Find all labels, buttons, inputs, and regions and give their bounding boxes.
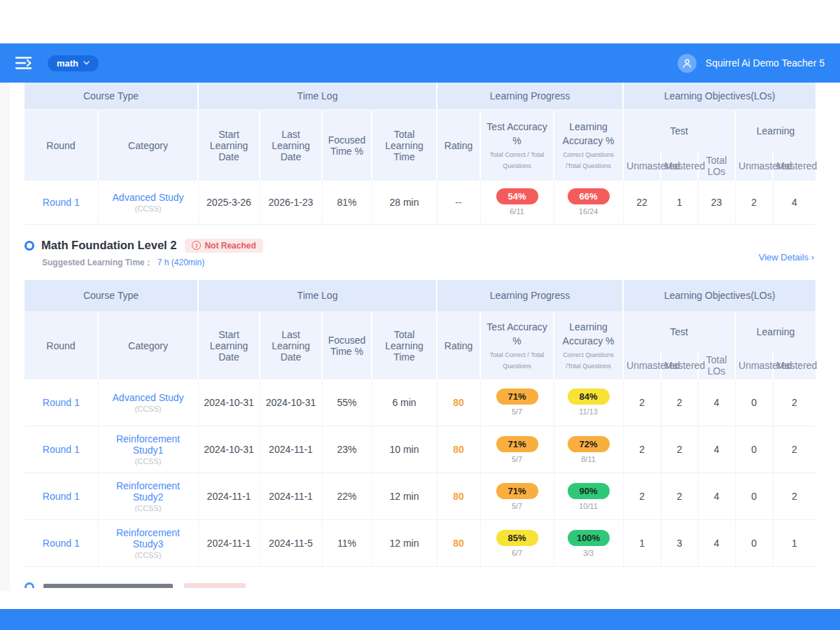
start-date-cell: 2024-10-31 [198,426,260,473]
user-name: Squirrel Ai Demo Teacher 5 [706,57,825,69]
test-accuracy-fraction: 6/7 [482,549,552,557]
subject-label: math [57,58,78,69]
rating-value: -- [455,197,461,208]
table-row: Round 1 Advanced Study (CCSS) 2025-3-26 … [24,181,816,224]
col-test-accuracy: Test Accuracy % Total Correct / Total Qu… [480,110,554,181]
col-focused-time: Focused Time % [322,312,372,379]
test-accuracy-label: Test Accuracy % [484,120,550,148]
learning-accuracy-fraction: 10/11 [556,502,622,510]
test-total-los-cell: 4 [698,473,735,520]
start-date-cell: 2024-10-31 [198,379,260,426]
total-time-cell: 10 min [372,426,437,473]
test-accuracy-value: 71% [508,391,526,402]
col-test-mastered: Mastered [661,150,698,181]
learning-accuracy-value: 100% [577,533,600,543]
table-row: Round 1 Reinforcement Study1 (CCSS) 2024… [24,426,816,473]
learning-accuracy-fraction: 16/24 [556,207,622,216]
learning-accuracy-label: Learning Accuracy % [557,120,620,148]
test-accuracy-value: 71% [508,486,526,496]
round-link[interactable]: Round 1 [43,491,80,502]
round-link[interactable]: Round 1 [43,444,80,455]
col-learning-group: Learning [735,110,816,150]
rating-value: 80 [453,397,464,408]
suggested-learning-time: Suggested Learning Time： 7 h (420min) [42,257,816,270]
category-link[interactable]: Reinforcement Study2 [116,480,180,503]
learning-accuracy-cell: 66% 16/24 [554,181,623,224]
col-test-unmastered: Unmastered [623,351,661,379]
section-status-ring-icon [24,582,34,588]
category-link[interactable]: Advanced Study [113,392,184,403]
col-start-learning-date: Start Learning Date [198,110,260,181]
last-date-cell: 2024-11-1 [260,473,322,520]
learning-accuracy-value: 90% [580,486,598,496]
test-accuracy-cell: 54% 6/11 [480,181,554,224]
col-last-learning-date: Last Learning Date [260,110,322,181]
col-round: Round [24,110,98,181]
category-standard: (CCSS) [100,551,197,559]
group-header-row: Course Type Time Log Learning Progress L… [24,280,816,312]
view-details-link[interactable]: View Details › [759,252,814,262]
last-date-cell: 2024-11-5 [260,520,322,567]
col-learning-mastered: Mastered [773,150,816,181]
learning-unmastered-cell: 0 [735,520,773,567]
category-cell: Advanced Study (CCSS) [98,181,198,224]
test-accuracy-fraction: 5/7 [482,407,552,416]
status-badge-clipped [184,583,246,588]
learning-accuracy-value: 66% [580,191,598,202]
page: math Squirrel Ai Demo Teacher 5 [0,0,840,630]
col-test-accuracy: Test Accuracy % Total Correct / Total Qu… [480,312,554,379]
round-link[interactable]: Round 1 [43,197,80,208]
table-row: Round 1 Advanced Study (CCSS) 2024-10-31… [24,379,816,426]
learning-unmastered-cell: 0 [735,426,773,473]
sidebar-toggle-icon[interactable] [15,56,34,70]
learning-accuracy-cell: 90% 10/11 [554,473,623,520]
col-total-learning-time: Total Learning Time [372,312,437,379]
group-header-row: Course Type Time Log Learning Progress L… [24,83,816,110]
category-link[interactable]: Reinforcement Study3 [116,527,180,550]
round-link[interactable]: Round 1 [43,397,80,408]
test-accuracy-value: 54% [508,191,526,202]
rating-cell: 80 [437,473,480,520]
category-standard: (CCSS) [100,457,197,465]
bottom-bar [0,609,840,630]
last-date-cell: 2026-1-23 [260,181,322,224]
user-menu[interactable]: Squirrel Ai Demo Teacher 5 [678,54,825,73]
start-date-cell: 2024-11-1 [198,473,260,520]
section-title: Math Foundation Level 2 [41,239,176,252]
col-category: Category [98,110,198,181]
learning-accuracy-cell: 100% 3/3 [554,520,623,567]
col-last-learning-date: Last Learning Date [260,312,322,379]
col-rating: Rating [437,312,480,379]
col-start-learning-date: Start Learning Date [198,312,260,379]
chevron-down-icon [83,61,90,65]
learning-mastered-cell: 4 [773,181,816,224]
course-table-level2: Course Type Time Log Learning Progress L… [24,280,816,568]
learning-accuracy-fraction: 11/13 [556,407,622,416]
test-mastered-cell: 2 [661,426,698,473]
test-accuracy-pill: 54% [496,188,538,204]
learning-mastered-cell: 2 [773,473,816,520]
learning-mastered-cell: 1 [773,520,816,567]
column-header-row: Round Category Start Learning Date Last … [24,312,816,351]
test-accuracy-pill: 71% [496,436,538,452]
last-date-cell: 2024-11-1 [260,426,322,473]
rating-cell: -- [437,181,480,224]
top-nav-bar: math Squirrel Ai Demo Teacher 5 [0,43,840,83]
round-cell: Round 1 [24,520,98,567]
rating-value: 80 [453,444,464,455]
test-accuracy-pill: 85% [496,530,538,546]
focused-time-cell: 55% [322,379,372,426]
total-time-cell: 28 min [372,181,437,224]
total-time-cell: 12 min [372,473,437,520]
category-link[interactable]: Reinforcement Study1 [116,433,180,456]
test-accuracy-pill: 71% [496,483,538,499]
page-left-gutter [0,83,10,591]
learning-accuracy-value: 84% [580,391,598,402]
subject-dropdown[interactable]: math [48,55,99,71]
category-standard: (CCSS) [100,204,197,213]
round-cell: Round 1 [24,426,98,473]
round-link[interactable]: Round 1 [43,538,80,549]
test-mastered-cell: 2 [661,379,698,426]
category-link[interactable]: Advanced Study [113,192,184,203]
col-learning-group: Learning [735,312,816,351]
